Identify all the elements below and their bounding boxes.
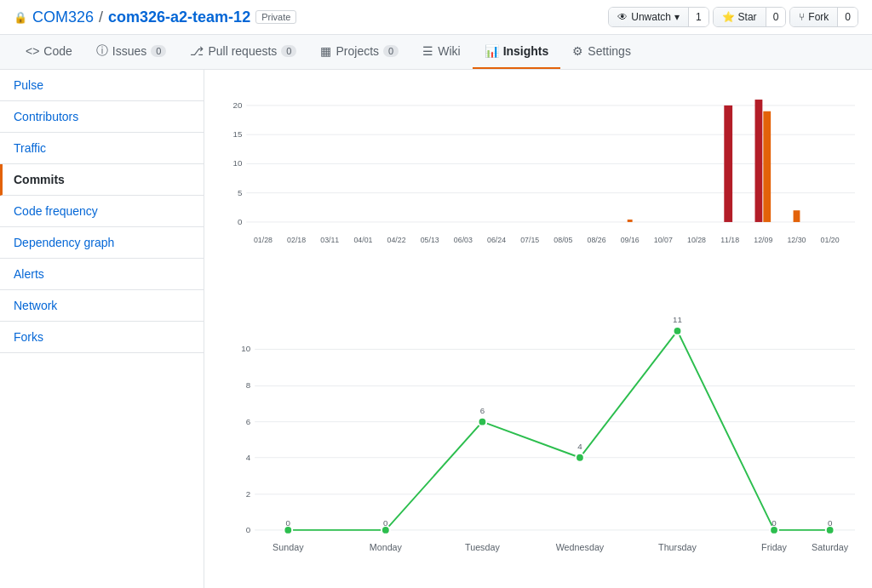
- sidebar-item-contributors[interactable]: Contributors: [0, 101, 204, 133]
- svg-text:01/20: 01/20: [821, 236, 840, 244]
- private-badge: Private: [255, 10, 296, 24]
- fork-button[interactable]: ⑂ Fork: [790, 8, 837, 26]
- svg-text:06/24: 06/24: [487, 236, 506, 244]
- svg-text:2: 2: [246, 489, 250, 499]
- label-monday: 0: [383, 518, 388, 528]
- sidebar-item-dependency-graph[interactable]: Dependency graph: [0, 227, 204, 259]
- star-count: 0: [766, 8, 786, 26]
- x-label-wednesday: Wednesday: [556, 542, 605, 552]
- sidebar-item-alerts[interactable]: Alerts: [0, 259, 204, 290]
- svg-rect-32: [794, 210, 800, 222]
- fork-label: Fork: [808, 11, 829, 23]
- sidebar-item-network[interactable]: Network: [0, 290, 204, 322]
- issues-badge: 0: [151, 45, 166, 57]
- tab-insights[interactable]: 📊 Insights: [473, 35, 561, 69]
- label-wednesday: 4: [577, 442, 582, 451]
- tab-projects[interactable]: ▦ Projects 0: [308, 35, 410, 69]
- x-label-thursday: Thursday: [658, 542, 697, 552]
- svg-text:07/15: 07/15: [520, 236, 539, 244]
- svg-text:10: 10: [233, 158, 243, 168]
- unwatch-label: Unwatch: [631, 11, 671, 23]
- star-group: ⭐ Star 0: [713, 7, 787, 27]
- svg-text:11/18: 11/18: [720, 236, 739, 244]
- star-icon: ⭐: [722, 11, 735, 23]
- insights-icon: 📊: [485, 44, 499, 58]
- issues-icon: ⓘ: [96, 43, 108, 59]
- svg-text:10: 10: [241, 344, 250, 353]
- svg-text:10/28: 10/28: [687, 236, 706, 244]
- label-thursday: 11: [673, 315, 682, 324]
- fork-group: ⑂ Fork 0: [789, 7, 858, 27]
- svg-text:6: 6: [246, 417, 250, 426]
- point-wednesday: [576, 454, 584, 462]
- pr-badge: 0: [281, 45, 296, 57]
- sidebar-item-code-frequency[interactable]: Code frequency: [0, 196, 204, 227]
- bar-chart-svg: 20 15 10 5 0 01/28 02/18 03/11 04/01: [221, 87, 855, 274]
- tab-code[interactable]: <> Code: [14, 35, 84, 69]
- fork-icon: ⑂: [799, 11, 805, 23]
- svg-text:10/07: 10/07: [654, 236, 673, 244]
- line-chart-svg: 0 2 4 6 8 10: [221, 311, 855, 583]
- svg-text:0: 0: [238, 217, 243, 226]
- tab-pull-requests[interactable]: ⎇ Pull requests 0: [178, 35, 308, 69]
- fork-count: 0: [837, 8, 858, 26]
- wiki-icon: ☰: [422, 44, 433, 58]
- repo-link[interactable]: com326-a2-team-12: [108, 9, 250, 26]
- svg-text:12/09: 12/09: [754, 236, 772, 244]
- page-layout: Pulse Contributors Traffic Commits Code …: [0, 70, 872, 588]
- point-thursday: [674, 327, 682, 335]
- commit-line: [288, 331, 829, 530]
- x-label-monday: Monday: [370, 542, 403, 552]
- svg-rect-30: [755, 100, 763, 222]
- sidebar-item-traffic[interactable]: Traffic: [0, 133, 204, 164]
- org-link[interactable]: COM326: [32, 9, 94, 26]
- unwatch-group: 👁 Unwatch ▾ 1: [608, 7, 708, 27]
- x-label-saturday: Saturday: [812, 542, 849, 552]
- star-label: Star: [738, 11, 757, 23]
- svg-text:05/13: 05/13: [421, 236, 439, 244]
- code-icon: <>: [26, 44, 39, 58]
- sidebar: Pulse Contributors Traffic Commits Code …: [0, 70, 204, 588]
- x-label-friday: Friday: [761, 542, 787, 552]
- chevron-icon: ▾: [674, 11, 680, 23]
- svg-text:5: 5: [238, 188, 243, 197]
- point-tuesday: [479, 418, 487, 426]
- svg-text:08/05: 08/05: [554, 236, 572, 244]
- svg-rect-31: [763, 111, 771, 222]
- main-content: 20 15 10 5 0 01/28 02/18 03/11 04/01: [204, 70, 872, 588]
- svg-text:04/22: 04/22: [387, 236, 406, 244]
- pr-icon: ⎇: [190, 44, 204, 58]
- svg-rect-29: [724, 106, 732, 222]
- eye-icon: 👁: [617, 11, 628, 23]
- sidebar-item-commits[interactable]: Commits: [0, 164, 204, 196]
- svg-text:08/26: 08/26: [588, 236, 606, 244]
- svg-text:03/11: 03/11: [320, 236, 339, 244]
- projects-icon: ▦: [320, 44, 331, 58]
- label-tuesday: 6: [480, 406, 485, 415]
- settings-icon: ⚙: [572, 44, 583, 58]
- sidebar-item-forks[interactable]: Forks: [0, 322, 204, 353]
- tab-issues[interactable]: ⓘ Issues 0: [84, 35, 179, 69]
- star-button[interactable]: ⭐ Star: [714, 8, 766, 26]
- header-actions: 👁 Unwatch ▾ 1 ⭐ Star 0 ⑂ Fork 0: [608, 7, 858, 27]
- unwatch-button[interactable]: 👁 Unwatch ▾: [609, 8, 688, 26]
- svg-text:12/30: 12/30: [787, 236, 806, 244]
- line-chart-section: 0 2 4 6 8 10: [221, 311, 855, 585]
- svg-text:8: 8: [246, 380, 250, 390]
- separator: /: [99, 9, 103, 26]
- svg-rect-28: [628, 220, 633, 222]
- label-saturday: 0: [828, 518, 833, 528]
- tab-wiki[interactable]: ☰ Wiki: [410, 35, 472, 69]
- projects-badge: 0: [383, 45, 399, 57]
- bar-chart-section: 20 15 10 5 0 01/28 02/18 03/11 04/01: [221, 87, 855, 277]
- svg-text:01/28: 01/28: [254, 236, 272, 244]
- label-friday: 0: [772, 518, 777, 528]
- x-label-tuesday: Tuesday: [465, 542, 500, 552]
- sidebar-item-pulse[interactable]: Pulse: [0, 70, 204, 101]
- svg-text:04/01: 04/01: [353, 236, 372, 244]
- x-label-sunday: Sunday: [272, 542, 304, 552]
- tab-settings[interactable]: ⚙ Settings: [560, 35, 643, 69]
- svg-text:09/16: 09/16: [621, 236, 640, 244]
- repo-title: 🔒 COM326 / com326-a2-team-12 Private: [14, 9, 296, 26]
- header: 🔒 COM326 / com326-a2-team-12 Private 👁 U…: [0, 0, 872, 35]
